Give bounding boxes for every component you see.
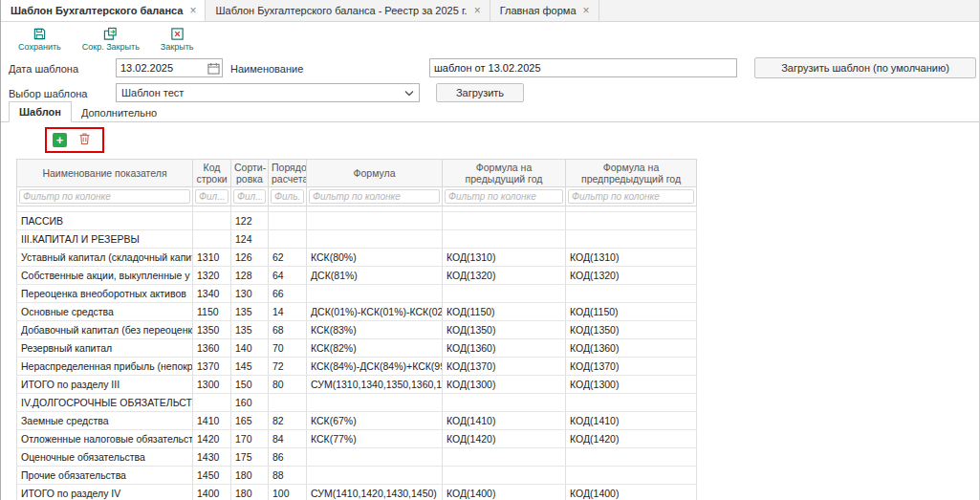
table-cell[interactable]: КОД(1300) <box>566 376 697 394</box>
window-tab-main-form[interactable]: Главная форма × <box>490 0 599 21</box>
table-cell[interactable]: КОД(1360) <box>566 339 697 358</box>
close-button[interactable]: Закрыть <box>155 25 200 54</box>
table-row[interactable]: ИТОГО по разделу III130015080СУМ(1310,13… <box>17 376 697 394</box>
calendar-icon[interactable] <box>207 61 220 78</box>
column-header-formula[interactable]: Формула <box>307 160 443 187</box>
filter-input-name[interactable] <box>19 189 190 204</box>
table-cell[interactable]: КОД(1370) <box>443 358 566 376</box>
table-row[interactable]: ИТОГО по разделу IV1400180100СУМ(1410,14… <box>17 485 697 500</box>
table-cell[interactable]: 126 <box>231 249 269 267</box>
template-name-input[interactable] <box>429 58 737 77</box>
column-header-name[interactable]: Наименование показателя <box>17 160 193 187</box>
table-cell[interactable]: 62 <box>269 249 307 267</box>
table-cell[interactable]: КСК(67%) <box>307 412 443 430</box>
tab-template[interactable]: Шаблон <box>9 101 72 122</box>
table-cell[interactable]: Заемные средства <box>17 412 193 430</box>
table-row[interactable]: Резервный капитал136014070КСК(82%)КОД(13… <box>17 339 697 358</box>
table-cell[interactable]: КОД(1370) <box>566 358 697 376</box>
table-cell[interactable]: 68 <box>269 321 307 339</box>
table-cell[interactable]: 88 <box>269 467 307 485</box>
table-row[interactable]: III.КАПИТАЛ И РЕЗЕРВЫ124 <box>17 230 697 249</box>
table-cell[interactable]: 66 <box>269 285 307 303</box>
table-cell[interactable]: КОД(1310) <box>566 249 697 267</box>
table-cell[interactable]: КСК(84%)-ДСК(84%)+КСК(99... <box>307 358 443 376</box>
table-cell[interactable]: 82 <box>269 412 307 430</box>
window-tab-registry-2025[interactable]: Шаблон Бухгалтерского баланса - Реестр з… <box>206 0 490 21</box>
load-template-button[interactable]: Загрузить <box>436 83 524 102</box>
delete-row-button[interactable] <box>77 133 92 147</box>
table-cell[interactable]: III.КАПИТАЛ И РЕЗЕРВЫ <box>17 230 193 249</box>
table-cell[interactable] <box>307 467 443 485</box>
table-cell[interactable] <box>566 448 697 467</box>
table-cell[interactable] <box>269 212 307 230</box>
table-cell[interactable]: 1450 <box>193 467 231 485</box>
table-cell[interactable]: КОД(1410) <box>443 412 566 430</box>
table-cell[interactable]: 1150 <box>193 303 231 321</box>
table-cell[interactable]: 80 <box>269 376 307 394</box>
tab-close-icon[interactable]: × <box>583 5 590 16</box>
table-cell[interactable]: Прочие обязательства <box>17 467 193 485</box>
table-cell[interactable] <box>269 394 307 412</box>
save-button[interactable]: Сохранить <box>12 25 67 54</box>
table-row[interactable]: Переоценка внеоборотных активов134013066 <box>17 285 697 303</box>
table-cell[interactable]: Собственные акции, выкупленные у ак... <box>17 267 193 285</box>
table-row[interactable]: Прочие обязательства145018088 <box>17 467 697 485</box>
table-cell[interactable]: КОД(1410) <box>566 412 697 430</box>
table-cell[interactable]: 14 <box>269 303 307 321</box>
table-cell[interactable]: 1370 <box>193 358 231 376</box>
filter-input-calc-order[interactable] <box>271 189 304 204</box>
tab-close-icon[interactable]: × <box>189 5 196 16</box>
table-cell[interactable]: 86 <box>269 448 307 467</box>
table-cell[interactable]: IV.ДОЛГОСРОЧНЫЕ ОБЯЗАТЕЛЬСТВА <box>17 394 193 412</box>
table-cell[interactable]: ИТОГО по разделу III <box>17 376 193 394</box>
table-cell[interactable]: КОД(1150) <box>443 303 566 321</box>
table-cell[interactable]: 165 <box>231 412 269 430</box>
table-row[interactable]: IV.ДОЛГОСРОЧНЫЕ ОБЯЗАТЕЛЬСТВА160 <box>17 394 697 412</box>
table-cell[interactable] <box>443 285 566 303</box>
table-cell[interactable] <box>193 212 231 230</box>
table-cell[interactable] <box>193 230 231 249</box>
table-cell[interactable] <box>307 212 443 230</box>
table-cell[interactable]: Резервный капитал <box>17 339 193 358</box>
table-row[interactable]: Основные средства115013514ДСК(01%)-КСК(0… <box>17 303 697 321</box>
table-cell[interactable]: КОД(1420) <box>566 430 697 448</box>
table-cell[interactable]: КОД(1400) <box>443 485 566 500</box>
table-cell[interactable]: Оценочные обязательства <box>17 448 193 467</box>
table-cell[interactable]: 1410 <box>193 412 231 430</box>
tab-close-icon[interactable]: × <box>474 5 481 16</box>
table-cell[interactable]: ИТОГО по разделу IV <box>17 485 193 500</box>
table-cell[interactable]: 72 <box>269 358 307 376</box>
table-cell[interactable]: 1300 <box>193 376 231 394</box>
table-cell[interactable]: СУМ(1410,1420,1430,1450) <box>307 485 443 500</box>
table-cell[interactable]: Отложенные налоговые обязательства <box>17 430 193 448</box>
table-cell[interactable]: КОД(1350) <box>443 321 566 339</box>
table-cell[interactable]: 1320 <box>193 267 231 285</box>
table-cell[interactable]: 140 <box>231 339 269 358</box>
column-header-formula-prev-prev-year[interactable]: Формула на предпредыдущий год <box>566 160 697 187</box>
table-cell[interactable]: Основные средства <box>17 303 193 321</box>
table-cell[interactable]: КСК(77%) <box>307 430 443 448</box>
table-cell[interactable]: ДСК(81%) <box>307 267 443 285</box>
table-cell[interactable]: КОД(1400) <box>566 485 697 500</box>
table-row[interactable]: Оценочные обязательства143017586 <box>17 448 697 467</box>
table-cell[interactable]: Переоценка внеоборотных активов <box>17 285 193 303</box>
table-cell[interactable]: 135 <box>231 321 269 339</box>
table-cell[interactable]: КОД(1360) <box>443 339 566 358</box>
table-cell[interactable]: 1340 <box>193 285 231 303</box>
table-cell[interactable]: 170 <box>231 430 269 448</box>
load-default-template-button[interactable]: Загрузить шаблон (по умолчанию) <box>754 57 976 78</box>
table-cell[interactable]: 1350 <box>193 321 231 339</box>
table-cell[interactable]: Нераспределенная прибыль (непокрыт... <box>17 358 193 376</box>
filter-input-sort[interactable] <box>233 189 266 204</box>
table-cell[interactable]: 150 <box>231 376 269 394</box>
table-cell[interactable]: 1430 <box>193 448 231 467</box>
table-cell[interactable] <box>307 230 443 249</box>
table-cell[interactable]: 175 <box>231 448 269 467</box>
table-cell[interactable]: КОД(1300) <box>443 376 566 394</box>
table-cell[interactable]: 1400 <box>193 485 231 500</box>
table-cell[interactable] <box>193 394 231 412</box>
table-cell[interactable]: 70 <box>269 339 307 358</box>
table-cell[interactable]: 145 <box>231 358 269 376</box>
template-select[interactable]: Шаблон тест <box>116 83 420 102</box>
table-cell[interactable]: 1420 <box>193 430 231 448</box>
